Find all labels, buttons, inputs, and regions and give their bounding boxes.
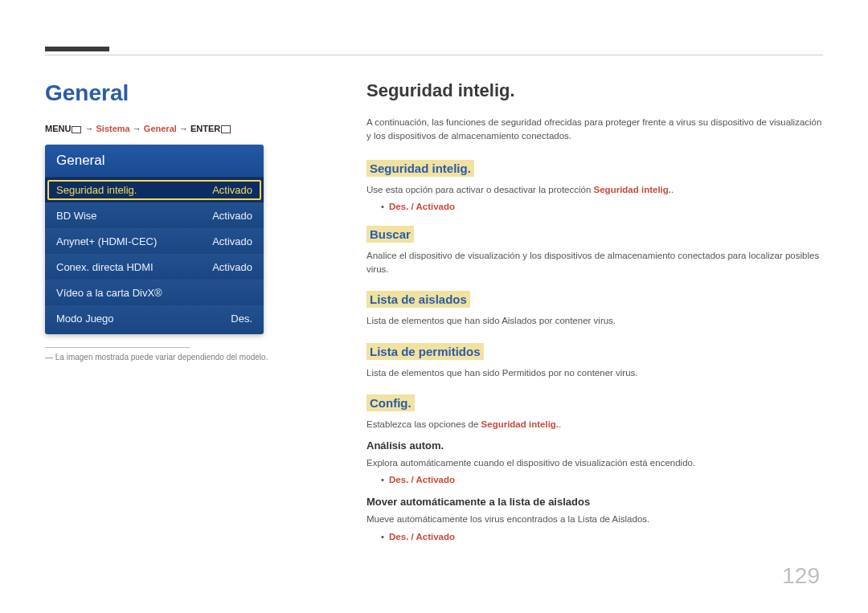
breadcrumb-sistema: Sistema [96, 124, 130, 133]
sub-body: Mueve automáticamente los virus encontra… [366, 513, 823, 526]
option-bullet: •Des. / Activado [381, 202, 823, 211]
section-heading: Seguridad intelig. [366, 80, 823, 101]
breadcrumb-general: General [144, 124, 177, 133]
page-title: General [45, 80, 310, 106]
breadcrumb-enter: ENTER [190, 124, 220, 133]
footnote: ― La imagen mostrada puede variar depend… [45, 353, 310, 362]
bullet-dot: • [381, 532, 384, 541]
subsection-config: Config. Establezca las opciones de Segur… [366, 391, 823, 541]
breadcrumb-menu: MENU [45, 124, 71, 133]
text-highlight: Seguridad intelig. [594, 185, 671, 194]
breadcrumb-arrow: → [179, 124, 190, 133]
subsection-body: Use esta opción para activar o desactiva… [366, 183, 823, 197]
bullet-dot: • [381, 475, 384, 484]
menu-row-bdwise[interactable]: BD Wise Activado [45, 202, 264, 228]
subsection-body: Lista de elementos que han sido Permitid… [366, 366, 823, 380]
footnote-divider [45, 347, 190, 348]
text: Use esta opción para activar o desactiva… [366, 185, 594, 194]
subsection-title: Config. [366, 394, 415, 411]
enter-icon [221, 125, 231, 133]
menu-panel: General Seguridad intelig. Activado BD W… [45, 145, 264, 334]
subsection-seguridad: Seguridad intelig. Use esta opción para … [366, 157, 823, 211]
breadcrumb-arrow: → [133, 124, 144, 133]
text: . [671, 185, 674, 194]
subsection-body: Lista de elementos que han sido Aislados… [366, 314, 823, 328]
sub-heading: Mover automáticamente a la lista de aisl… [366, 496, 823, 508]
header-divider [45, 55, 823, 55]
sub-body: Explora automáticamente cuando el dispos… [366, 456, 823, 470]
subsection-permitidos: Lista de permitidos Lista de elementos q… [366, 340, 823, 380]
page-number: 129 [782, 563, 820, 589]
option-values: Des. / Activado [389, 475, 455, 484]
menu-row-conex[interactable]: Conex. directa HDMI Activado [45, 254, 264, 280]
menu-row-value: Activado [212, 184, 252, 196]
menu-row-anynet[interactable]: Anynet+ (HDMI-CEC) Activado [45, 228, 264, 254]
header-bar [45, 47, 109, 51]
subsection-aislados: Lista de aislados Lista de elementos que… [366, 288, 823, 328]
subsection-title: Lista de permitidos [366, 343, 484, 360]
breadcrumb-arrow: → [84, 124, 96, 133]
menu-row-seguridad[interactable]: Seguridad intelig. Activado [45, 177, 264, 202]
menu-row-value: Des. [231, 313, 252, 325]
menu-row-value: Activado [212, 235, 252, 247]
subsection-title: Buscar [366, 226, 414, 243]
text: Establezca las opciones de [366, 419, 481, 429]
footnote-dash: ― [45, 353, 53, 362]
right-column: Seguridad intelig. A continuación, las f… [366, 80, 823, 553]
menu-row-label: BD Wise [56, 210, 97, 222]
menu-row-label: Vídeo a la carta DivX® [56, 287, 162, 299]
subsection-body: Establezca las opciones de Seguridad int… [366, 418, 823, 431]
intro-text: A continuación, las funciones de segurid… [366, 116, 823, 144]
option-values: Des. / Activado [389, 202, 455, 211]
menu-panel-header: General [45, 145, 264, 177]
subsection-title: Seguridad intelig. [366, 160, 474, 177]
menu-row-value: Activado [212, 210, 252, 222]
menu-row-label: Anynet+ (HDMI-CEC) [56, 235, 157, 247]
menu-row-divx[interactable]: Vídeo a la carta DivX® [45, 280, 264, 305]
text-highlight: Seguridad intelig. [481, 419, 559, 429]
subsection-title: Lista de aislados [366, 291, 470, 308]
option-bullet: •Des. / Activado [381, 475, 823, 484]
text: . [559, 419, 561, 429]
menu-icon [72, 126, 81, 133]
option-bullet: •Des. / Activado [381, 532, 823, 541]
subsection-buscar: Buscar Analice el dispositivo de visuali… [366, 223, 823, 277]
menu-row-value: Activado [212, 261, 252, 273]
option-values: Des. / Activado [389, 532, 455, 541]
left-column: General MENU → Sistema → General → ENTER… [45, 80, 310, 362]
footnote-text: La imagen mostrada puede variar dependie… [55, 353, 268, 362]
menu-row-juego[interactable]: Modo Juego Des. [45, 305, 264, 334]
menu-row-label: Modo Juego [56, 313, 114, 325]
bullet-dot: • [381, 202, 384, 211]
subsection-body: Analice el dispositivo de visualización … [366, 249, 823, 277]
sub-heading: Análisis autom. [366, 439, 823, 452]
menu-row-label: Conex. directa HDMI [56, 261, 154, 273]
menu-row-label: Seguridad intelig. [56, 184, 137, 196]
breadcrumb: MENU → Sistema → General → ENTER [45, 124, 310, 133]
